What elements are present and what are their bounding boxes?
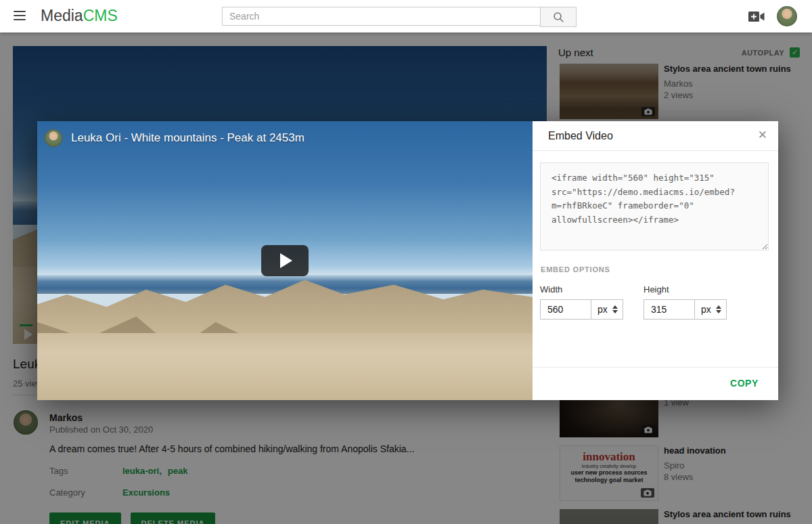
user-avatar[interactable] — [777, 6, 797, 26]
dialog-header: Embed Video ✕ — [533, 121, 778, 151]
preview-video-title: Leuka Ori - White mountains - Peak at 24… — [71, 131, 304, 145]
top-bar: MediaCMS — [0, 0, 812, 32]
height-label: Height — [644, 284, 727, 294]
play-button[interactable] — [261, 245, 309, 276]
logo-text-cms: CMS — [83, 7, 118, 24]
embed-code-textarea[interactable]: <iframe width="560" height="315" src="ht… — [540, 162, 769, 250]
embed-dialog: Embed Video ✕ <iframe width="560" height… — [533, 121, 778, 400]
search-bar — [222, 7, 577, 27]
search-button[interactable] — [540, 7, 577, 27]
height-unit-select[interactable]: px — [694, 299, 727, 320]
search-icon — [553, 12, 564, 23]
width-input[interactable] — [540, 299, 591, 320]
dialog-footer: COPY — [533, 367, 778, 400]
preview-title-bar: Leuka Ori - White mountains - Peak at 24… — [45, 129, 304, 147]
mediacms-logo[interactable]: MediaCMS — [41, 7, 118, 25]
preview-foreground — [37, 333, 533, 400]
embed-options-label: EMBED OPTIONS — [541, 265, 610, 274]
preview-channel-avatar[interactable] — [45, 129, 62, 147]
dialog-title: Embed Video — [548, 130, 613, 142]
logo-text-media: Media — [41, 7, 83, 24]
play-icon — [280, 253, 292, 268]
search-input[interactable] — [222, 7, 540, 26]
menu-icon[interactable] — [14, 11, 26, 20]
spinner-icon — [716, 305, 721, 313]
width-label: Width — [540, 284, 623, 294]
embed-video-preview[interactable]: Leuka Ori - White mountains - Peak at 24… — [37, 121, 533, 400]
copy-button[interactable]: COPY — [726, 377, 763, 389]
spinner-icon — [612, 305, 618, 313]
close-icon[interactable]: ✕ — [758, 129, 767, 142]
upload-media-icon[interactable] — [748, 11, 765, 22]
width-option: Width px — [540, 284, 623, 320]
height-unit-value: px — [701, 304, 711, 315]
mediacms-app: Leuka Ori - White mountains - Peak at 24… — [0, 0, 812, 524]
width-unit-value: px — [597, 304, 608, 315]
embed-popup: Leuka Ori - White mountains - Peak at 24… — [37, 121, 778, 400]
height-input[interactable] — [644, 299, 695, 320]
height-option: Height px — [644, 284, 727, 320]
width-unit-select[interactable]: px — [591, 299, 623, 320]
